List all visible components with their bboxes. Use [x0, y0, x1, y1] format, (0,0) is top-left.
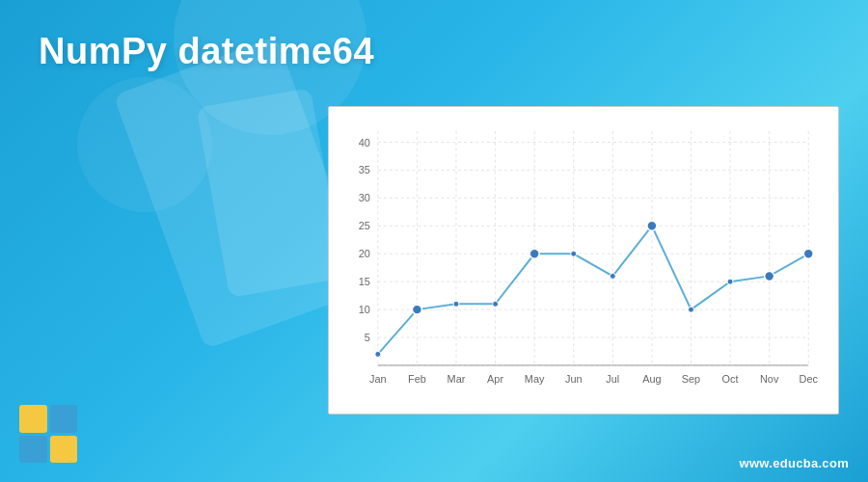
page-title: NumPy datetime64	[39, 31, 374, 72]
svg-text:35: 35	[359, 164, 370, 175]
svg-text:5: 5	[365, 332, 370, 343]
svg-text:Feb: Feb	[408, 373, 426, 385]
svg-point-50	[727, 279, 733, 284]
svg-text:Dec: Dec	[800, 373, 819, 385]
svg-point-49	[689, 307, 694, 312]
watermark: www.educba.com	[739, 456, 849, 470]
svg-point-41	[375, 351, 381, 357]
chart-area: 510152025303540JanFebMarAprMayJunJulAugS…	[377, 126, 819, 365]
svg-point-51	[765, 271, 774, 281]
chart-container: 510152025303540JanFebMarAprMayJunJulAugS…	[328, 106, 839, 415]
svg-text:10: 10	[359, 304, 370, 315]
svg-text:Mar: Mar	[448, 373, 466, 385]
svg-text:Oct: Oct	[722, 373, 739, 385]
chart-svg: 510152025303540JanFebMarAprMayJunJulAugS…	[377, 126, 819, 365]
logo-cell-4	[50, 436, 78, 464]
logo-cell-1	[19, 405, 47, 433]
svg-text:Jul: Jul	[606, 373, 619, 385]
logo	[19, 405, 77, 463]
svg-text:20: 20	[359, 248, 370, 259]
svg-point-47	[610, 273, 615, 279]
svg-point-45	[529, 249, 539, 258]
svg-point-44	[493, 301, 499, 307]
svg-text:Sep: Sep	[682, 373, 700, 385]
svg-text:Aug: Aug	[642, 373, 661, 385]
svg-text:Nov: Nov	[760, 373, 779, 385]
svg-point-43	[453, 301, 459, 307]
svg-text:15: 15	[359, 276, 370, 287]
svg-text:Jun: Jun	[565, 373, 583, 385]
logo-cell-3	[19, 436, 47, 464]
svg-point-46	[571, 251, 577, 256]
svg-point-48	[647, 221, 657, 230]
svg-text:25: 25	[359, 220, 370, 231]
svg-text:May: May	[525, 373, 545, 385]
svg-point-52	[803, 249, 813, 258]
logo-cell-2	[50, 405, 78, 433]
svg-text:30: 30	[359, 192, 370, 203]
svg-point-42	[412, 305, 421, 314]
svg-text:Apr: Apr	[487, 373, 503, 385]
svg-text:Jan: Jan	[369, 373, 387, 385]
svg-text:40: 40	[359, 137, 370, 148]
